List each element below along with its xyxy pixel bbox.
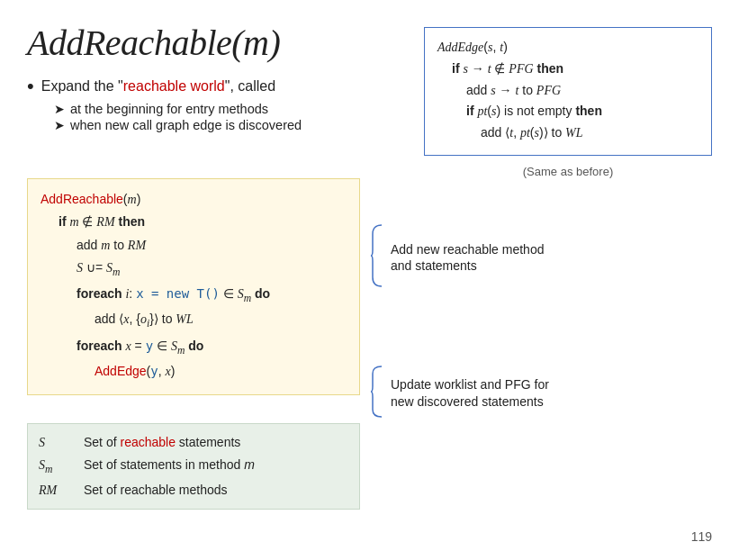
annotation-bottom-text: Update worklist and PFG fornew discovere… — [391, 376, 549, 411]
bullet-main: • Expand the "reachable world", called — [27, 77, 405, 98]
code-line5: foreach i: x = new T() ∈ Sm do — [77, 283, 347, 308]
legend-val-s: Set of reachable statements — [84, 431, 348, 454]
legend-table: S Set of reachable statements Sm Set of … — [27, 423, 360, 510]
legend-row-sm: Sm Set of statements in method m — [39, 454, 348, 479]
page-number: 119 — [691, 529, 712, 544]
annotation-bottom: Update worklist and PFG fornew discovere… — [369, 365, 558, 423]
addedge-line2: if s → t ∉ PFG then — [452, 59, 698, 80]
addedge-line1: AddEdge(s, t) — [437, 37, 698, 59]
annotation-top-text: Add new reachable method and statements — [391, 241, 558, 275]
code-box: AddReachable(m) if m ∉ RM then add m to … — [27, 178, 360, 395]
arrow-1: ➤ — [54, 102, 65, 116]
addedge-line5: add ⟨t, pt(s)⟩ to WL — [481, 122, 698, 144]
code-line7: foreach x = y ∈ Sm do — [77, 335, 347, 360]
addedge-panel: AddEdge(s, t) if s → t ∉ PFG then add s … — [424, 27, 712, 178]
arrow-2: ➤ — [54, 118, 65, 132]
title-prefix: AddReachable( — [27, 23, 243, 63]
title-suffix: ) — [268, 23, 280, 63]
sub-bullet-2: ➤ when new call graph edge is discovered — [54, 118, 405, 132]
sub-bullet-1: ➤ at the beginning for entry methods — [54, 102, 405, 116]
annotation-top: Add new reachable method and statements — [369, 223, 558, 293]
code-annotations: Add new reachable method and statements … — [369, 187, 558, 423]
code-line8: AddEdge(y, x) — [95, 360, 347, 384]
sub-bullets: ➤ at the beginning for entry methods ➤ w… — [54, 102, 405, 132]
same-as-before-label: (Same as before) — [424, 165, 712, 178]
legend-row-s: S Set of reachable statements — [39, 431, 348, 454]
addedge-line3: add s → t to PFG — [466, 80, 698, 102]
legend-key-s: S — [39, 431, 84, 454]
code-line2: if m ∉ RM then — [59, 211, 347, 234]
code-line3: add m to RM — [77, 234, 347, 257]
sub-bullet-2-text: when new call graph edge is discovered — [70, 118, 302, 132]
reachable-world-text: reachable world — [123, 78, 225, 94]
title-param: m — [243, 23, 268, 63]
addedge-box: AddEdge(s, t) if s → t ∉ PFG then add s … — [424, 27, 712, 156]
left-panel: • Expand the "reachable world", called ➤… — [27, 77, 405, 145]
code-line6: add ⟨x, {oi}⟩ to WL — [95, 308, 347, 333]
legend-val-sm: Set of statements in method m — [84, 454, 348, 476]
addedge-line4: if pt(s) is not empty then — [466, 101, 698, 122]
legend-key-sm: Sm — [39, 454, 84, 479]
legend-val-rm: Set of reachable methods — [84, 479, 348, 501]
legend-row-rm: RM Set of reachable methods — [39, 479, 348, 501]
code-line1: AddReachable(m) — [41, 188, 347, 212]
sub-bullet-1-text: at the beginning for entry methods — [70, 102, 268, 116]
bullet-section: • Expand the "reachable world", called ➤… — [27, 77, 405, 132]
bullet-main-text: Expand the "reachable world", called — [41, 77, 405, 96]
bottom-brace — [369, 365, 385, 423]
code-line4: S ∪= Sm — [77, 257, 347, 282]
top-brace — [369, 223, 385, 293]
bullet-dot: • — [27, 75, 34, 98]
legend-key-rm: RM — [39, 479, 84, 501]
bottom-section: AddReachable(m) if m ∉ RM then add m to … — [27, 178, 712, 510]
